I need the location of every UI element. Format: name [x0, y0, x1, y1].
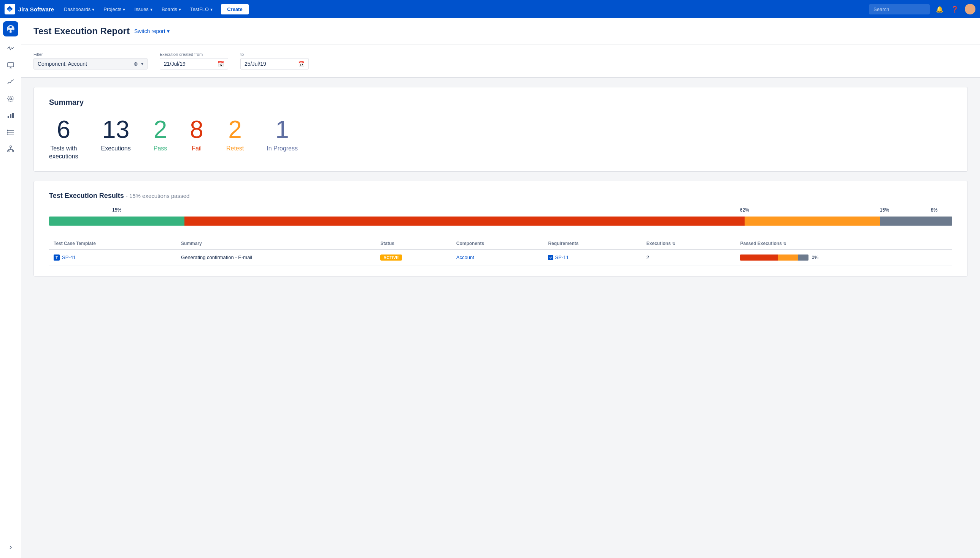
progress-pass — [49, 217, 184, 226]
svg-point-3 — [12, 30, 14, 32]
progress-retest — [744, 217, 880, 226]
progress-label-inprogress: 8% — [931, 207, 937, 213]
page-header: Test Execution Report Switch report ▾ — [21, 18, 980, 44]
executions-sort-icon[interactable]: ⇅ — [672, 241, 675, 246]
filter-clear-icon[interactable]: ⊗ — [133, 61, 138, 67]
content-area: Summary 6 Tests withexecutions 13 Execut… — [33, 87, 968, 286]
brand-name: Jira Software — [18, 6, 54, 13]
sidebar-item-tree[interactable] — [3, 141, 18, 156]
requirement-badge[interactable]: SP-11 — [548, 254, 637, 260]
stat-executions-label: Executions — [101, 145, 131, 153]
filter-input[interactable]: Component: Account ⊗ ▾ — [33, 58, 148, 69]
nav-testflo[interactable]: TestFLO — [186, 4, 216, 15]
summary-stats: 6 Tests withexecutions 13 Executions 2 P… — [49, 117, 952, 161]
nav-boards[interactable]: Boards — [158, 4, 185, 15]
col-test-case: Test Case Template — [49, 238, 176, 249]
stat-pass: 2 Pass — [154, 117, 167, 153]
stat-pass-number: 2 — [154, 117, 167, 142]
passed-sort-icon[interactable]: ⇅ — [783, 241, 786, 246]
svg-point-16 — [7, 130, 8, 131]
stat-inprogress-label: In Progress — [267, 145, 298, 153]
sidebar-item-chart2[interactable] — [3, 108, 18, 123]
col-components: Components — [452, 238, 544, 249]
filter-dropdown-icon[interactable]: ▾ — [141, 61, 143, 66]
sidebar — [0, 18, 21, 558]
nav-issues[interactable]: Issues — [130, 4, 156, 15]
date-to-group: to 25/Jul/19 📅 — [240, 52, 309, 69]
progress-label-fail: 62% — [740, 207, 749, 213]
issues-chevron — [150, 7, 153, 12]
sidebar-item-chart[interactable] — [3, 74, 18, 90]
stat-fail: 8 Fail — [190, 117, 203, 153]
results-title: Test Execution Results - 15% executions … — [49, 192, 952, 200]
date-from-label: Execution created from — [160, 52, 228, 57]
sidebar-app-icon[interactable] — [3, 21, 18, 36]
stat-inprogress: 1 In Progress — [267, 117, 298, 153]
help-icon[interactable]: ❓ — [950, 4, 960, 15]
cell-component: Account — [452, 249, 544, 266]
svg-point-4 — [8, 26, 10, 28]
date-to-input[interactable]: 25/Jul/19 📅 — [240, 58, 309, 69]
table-body: T SP-41 Generating confirmation - E-mail… — [49, 249, 952, 266]
svg-point-17 — [7, 132, 8, 133]
progress-label-retest: 15% — [880, 207, 889, 213]
progress-label-pass: 15% — [112, 207, 121, 213]
progress-fail — [184, 217, 744, 226]
req-checkbox-icon — [548, 255, 553, 260]
progress-labels: 15% 62% 15% 8% — [49, 207, 952, 215]
nav-dashboards[interactable]: Dashboards — [60, 4, 98, 15]
main-content: Test Execution Report Switch report ▾ Fi… — [21, 18, 980, 558]
brand-logo[interactable]: Jira Software — [5, 4, 54, 15]
requirement-id: SP-11 — [555, 254, 568, 260]
switch-report-chevron: ▾ — [167, 28, 170, 34]
svg-rect-12 — [12, 113, 14, 118]
stat-fail-number: 8 — [190, 117, 203, 142]
testflo-chevron — [210, 7, 212, 12]
jira-icon — [5, 4, 15, 15]
stat-retest: 2 Retest — [226, 117, 244, 153]
stat-retest-label: Retest — [226, 145, 244, 153]
sidebar-item-activity[interactable] — [3, 41, 18, 56]
dashboards-chevron — [92, 7, 94, 12]
sidebar-expand-button[interactable] — [3, 540, 18, 555]
svg-rect-10 — [8, 116, 9, 118]
stat-retest-number: 2 — [228, 117, 242, 142]
sidebar-item-settings[interactable] — [3, 91, 18, 107]
test-case-icon: T — [54, 254, 60, 261]
cell-test-case: T SP-41 — [49, 249, 176, 266]
search-input[interactable] — [869, 4, 930, 15]
svg-point-9 — [10, 98, 12, 100]
svg-point-1 — [10, 26, 12, 28]
nav-menu: Dashboards Projects Issues Boards TestFL… — [60, 4, 866, 15]
svg-rect-11 — [10, 114, 12, 118]
date-from-input[interactable]: 21/Jul/19 📅 — [160, 58, 228, 69]
component-link[interactable]: Account — [456, 254, 474, 260]
sidebar-item-list[interactable] — [3, 125, 18, 140]
mini-bar-retest — [778, 254, 798, 261]
col-passed: Passed Executions ⇅ — [735, 238, 952, 249]
svg-rect-21 — [12, 150, 14, 152]
notifications-icon[interactable]: 🔔 — [934, 4, 945, 15]
app-layout: Test Execution Report Switch report ▾ Fi… — [0, 18, 980, 558]
col-status: Status — [376, 238, 451, 249]
test-case-link[interactable]: T SP-41 — [54, 254, 172, 261]
filter-bar: Filter Component: Account ⊗ ▾ Execution … — [21, 44, 980, 78]
mini-bar-fail — [740, 254, 778, 261]
filter-group: Filter Component: Account ⊗ ▾ — [33, 52, 148, 69]
nav-projects[interactable]: Projects — [100, 4, 129, 15]
topnav-right: 🔔 ❓ — [869, 4, 975, 15]
projects-chevron — [123, 7, 125, 12]
switch-report-button[interactable]: Switch report ▾ — [134, 28, 170, 34]
sidebar-item-monitor[interactable] — [3, 58, 18, 73]
create-button[interactable]: Create — [221, 4, 248, 15]
cell-executions: 2 — [642, 249, 736, 266]
user-avatar[interactable] — [965, 4, 975, 15]
filter-value: Component: Account — [38, 61, 130, 67]
stat-executions: 13 Executions — [101, 117, 131, 153]
svg-point-2 — [8, 30, 10, 32]
page-title: Test Execution Report — [33, 26, 130, 36]
stat-tests-number: 6 — [57, 117, 70, 142]
status-badge: ACTIVE — [380, 254, 402, 261]
calendar-to-icon[interactable]: 📅 — [298, 61, 305, 67]
calendar-from-icon[interactable]: 📅 — [217, 61, 224, 67]
